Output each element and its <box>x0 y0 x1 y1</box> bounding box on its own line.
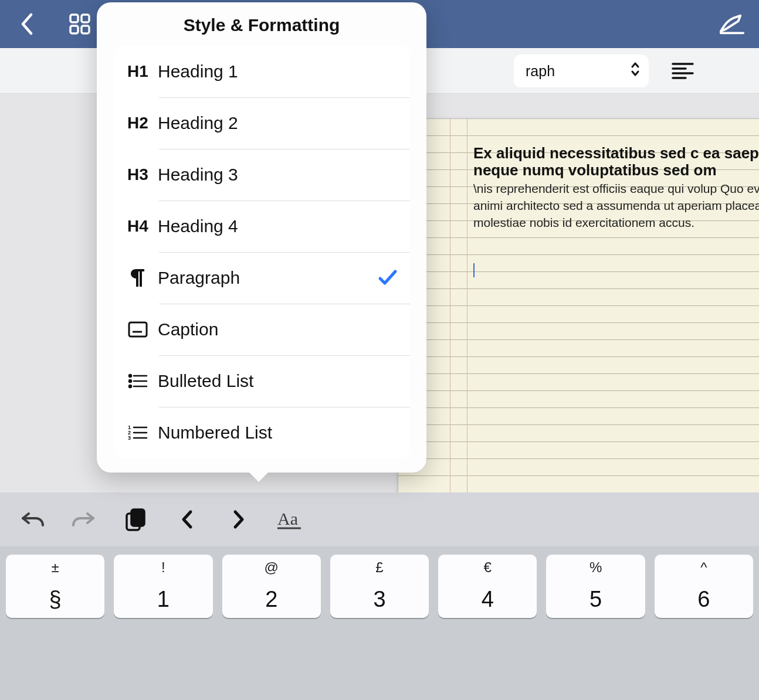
popover-title: Style & Formatting <box>97 2 426 46</box>
chevron-left-icon <box>181 509 194 529</box>
clipboard-button[interactable] <box>120 504 151 535</box>
document-body[interactable]: \nis reprehenderit est officiis eaque qu… <box>473 180 759 231</box>
numbered-list-icon: 123 <box>118 424 158 441</box>
key-main: 6 <box>697 587 710 612</box>
chevron-updown-icon <box>630 62 641 80</box>
key-section[interactable]: ± § <box>6 555 104 618</box>
document-page[interactable]: Ex aliquid necessitatibus sed c ea saepe… <box>398 118 759 493</box>
key-3[interactable]: £ 3 <box>330 555 429 618</box>
align-left-button[interactable] <box>666 55 699 87</box>
keyboard: ± § ! 1 @ 2 £ 3 € 4 % 5 ^ 6 <box>0 546 759 700</box>
svg-rect-8 <box>129 322 147 337</box>
chevron-right-icon <box>232 509 245 529</box>
pilcrow-icon <box>118 268 158 288</box>
redo-icon <box>72 509 96 530</box>
page-margin-guide <box>450 119 467 493</box>
svg-rect-0 <box>70 15 78 22</box>
svg-rect-23 <box>131 509 144 526</box>
document-heading[interactable]: Ex aliquid necessitatibus sed c ea saepe… <box>473 145 759 179</box>
svg-text:Aa: Aa <box>277 509 298 528</box>
svg-point-12 <box>129 380 131 382</box>
style-item-label: Heading 4 <box>158 216 399 236</box>
style-item-paragraph[interactable]: Paragraph <box>113 252 410 304</box>
h1-icon: H1 <box>118 62 158 81</box>
svg-rect-2 <box>70 26 78 33</box>
key-4[interactable]: € 4 <box>438 555 537 618</box>
prev-button[interactable] <box>171 504 203 535</box>
undo-icon <box>21 509 44 530</box>
style-formatting-popover: Style & Formatting H1 Heading 1 H2 Headi… <box>97 2 426 473</box>
style-item-label: Heading 3 <box>158 165 399 185</box>
chevron-left-icon <box>19 12 35 36</box>
style-item-label: Caption <box>158 320 399 339</box>
key-main: 3 <box>373 587 385 612</box>
key-upper: £ <box>375 559 383 576</box>
style-item-bulleted-list[interactable]: Bulleted List <box>113 355 410 407</box>
h4-icon: H4 <box>118 217 158 236</box>
keyboard-toolbar: Aa <box>0 492 759 546</box>
back-button[interactable] <box>14 11 40 37</box>
svg-text:3: 3 <box>128 435 131 441</box>
style-item-label: Paragraph <box>158 268 376 288</box>
h3-icon: H3 <box>118 165 158 184</box>
text-cursor <box>473 263 475 277</box>
grid-icon <box>68 12 92 36</box>
style-item-heading-1[interactable]: H1 Heading 1 <box>113 46 410 97</box>
key-upper: ± <box>52 559 59 576</box>
key-main: 4 <box>482 587 494 612</box>
documents-grid-button[interactable] <box>67 11 93 37</box>
key-upper: € <box>484 559 492 576</box>
svg-rect-1 <box>82 15 89 22</box>
svg-point-10 <box>129 375 131 377</box>
svg-rect-3 <box>82 26 89 33</box>
style-item-heading-2[interactable]: H2 Heading 2 <box>113 97 410 149</box>
paragraph-style-value: raph <box>526 63 555 80</box>
style-item-heading-3[interactable]: H3 Heading 3 <box>113 149 410 201</box>
style-item-label: Heading 1 <box>158 62 399 81</box>
key-upper: % <box>589 559 602 576</box>
style-item-numbered-list[interactable]: 123 Numbered List <box>113 407 410 458</box>
style-item-heading-4[interactable]: H4 Heading 4 <box>113 201 410 252</box>
key-5[interactable]: % 5 <box>546 555 645 618</box>
text-format-icon: Aa <box>277 508 303 531</box>
key-2[interactable]: @ 2 <box>222 555 321 618</box>
document-content[interactable]: Ex aliquid necessitatibus sed c ea saepe… <box>473 145 759 231</box>
undo-button[interactable] <box>16 504 48 535</box>
navbar-left-group <box>14 11 93 37</box>
redo-button[interactable] <box>68 504 100 535</box>
svg-point-14 <box>129 385 131 388</box>
key-main: 5 <box>589 587 602 612</box>
paragraph-style-dropdown[interactable]: raph <box>514 55 649 87</box>
style-item-label: Numbered List <box>158 423 399 443</box>
style-item-label: Bulleted List <box>158 371 399 391</box>
style-list: H1 Heading 1 H2 Heading 2 H3 Heading 3 H… <box>113 46 410 458</box>
key-1[interactable]: ! 1 <box>114 555 212 618</box>
scribble-icon <box>719 13 745 35</box>
next-button[interactable] <box>223 504 255 535</box>
clipboard-icon <box>124 508 147 531</box>
align-left-icon <box>672 62 694 80</box>
key-main: 1 <box>157 587 170 612</box>
text-format-button[interactable]: Aa <box>275 504 306 535</box>
caption-icon <box>118 321 158 338</box>
key-upper: ! <box>161 559 165 576</box>
style-item-caption[interactable]: Caption <box>113 304 410 355</box>
key-main: § <box>49 587 62 612</box>
key-6[interactable]: ^ 6 <box>655 555 753 618</box>
checkmark-icon <box>376 266 399 290</box>
key-upper: ^ <box>700 559 707 576</box>
style-item-label: Heading 2 <box>158 113 399 133</box>
key-upper: @ <box>265 559 279 576</box>
bulleted-list-icon <box>118 373 158 389</box>
scribble-button[interactable] <box>719 11 745 37</box>
key-main: 2 <box>265 587 277 612</box>
h2-icon: H2 <box>118 114 158 132</box>
